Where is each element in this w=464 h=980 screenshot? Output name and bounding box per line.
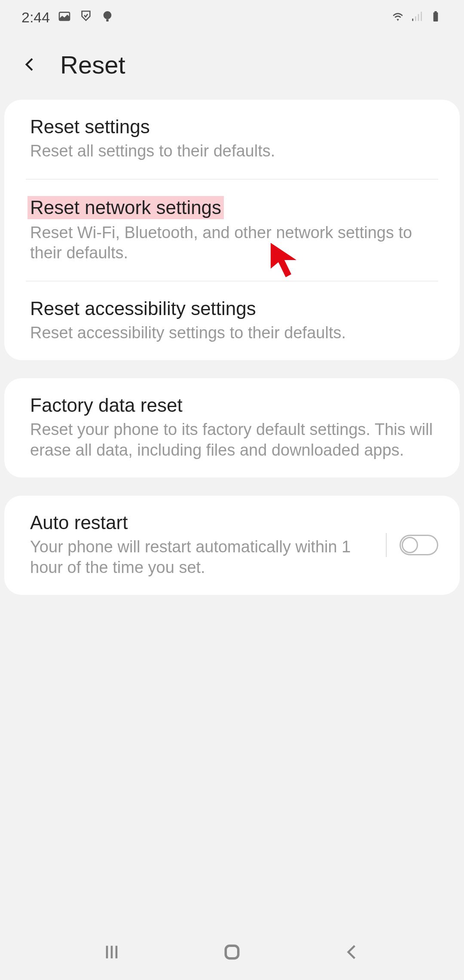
svg-rect-2 xyxy=(107,19,109,21)
auto-restart-toggle[interactable] xyxy=(400,535,438,555)
auto-restart-card: Auto restart Your phone will restart aut… xyxy=(4,496,460,595)
item-desc: Reset your phone to its factory default … xyxy=(30,420,434,460)
svg-point-1 xyxy=(104,11,112,19)
reset-network-settings-item[interactable]: Reset network settings Reset Wi-Fi, Blue… xyxy=(4,180,460,281)
item-desc: Your phone will restart automatically wi… xyxy=(30,537,373,578)
nav-bar xyxy=(0,924,464,980)
reset-settings-item[interactable]: Reset settings Reset all settings to the… xyxy=(4,100,460,179)
nav-back-button[interactable] xyxy=(342,941,363,963)
svg-rect-8 xyxy=(434,11,437,13)
svg-rect-12 xyxy=(226,946,238,958)
factory-data-reset-item[interactable]: Factory data reset Reset your phone to i… xyxy=(4,378,460,478)
page-title: Reset xyxy=(60,50,125,79)
wifi-icon xyxy=(391,9,405,25)
factory-reset-card: Factory data reset Reset your phone to i… xyxy=(4,378,460,478)
item-title: Reset network settings xyxy=(27,196,224,219)
auto-restart-item[interactable]: Auto restart Your phone will restart aut… xyxy=(4,496,460,595)
reset-options-card: Reset settings Reset all settings to the… xyxy=(4,100,460,360)
item-desc: Reset all settings to their defaults. xyxy=(30,141,434,162)
item-title: Auto restart xyxy=(30,512,128,533)
nav-recents-button[interactable] xyxy=(101,941,122,963)
checkmark-icon xyxy=(79,9,93,25)
app-header: Reset xyxy=(0,34,464,95)
nav-home-button[interactable] xyxy=(221,941,243,963)
item-title: Reset settings xyxy=(30,116,150,138)
back-button[interactable] xyxy=(21,56,39,73)
status-bar: 2:44 xyxy=(0,0,464,34)
bulb-icon xyxy=(101,9,114,25)
reset-accessibility-settings-item[interactable]: Reset accessibility settings Reset acces… xyxy=(4,282,460,361)
svg-rect-7 xyxy=(433,12,438,21)
picture-icon xyxy=(58,9,71,25)
item-title: Reset accessibility settings xyxy=(30,298,256,319)
status-time: 2:44 xyxy=(21,9,50,26)
item-desc: Reset Wi-Fi, Bluetooth, and other networ… xyxy=(30,223,434,263)
item-desc: Reset accessibility settings to their de… xyxy=(30,323,434,343)
signal-icon xyxy=(410,9,424,25)
item-title: Factory data reset xyxy=(30,395,183,416)
battery-icon xyxy=(429,9,443,25)
divider xyxy=(386,533,387,557)
